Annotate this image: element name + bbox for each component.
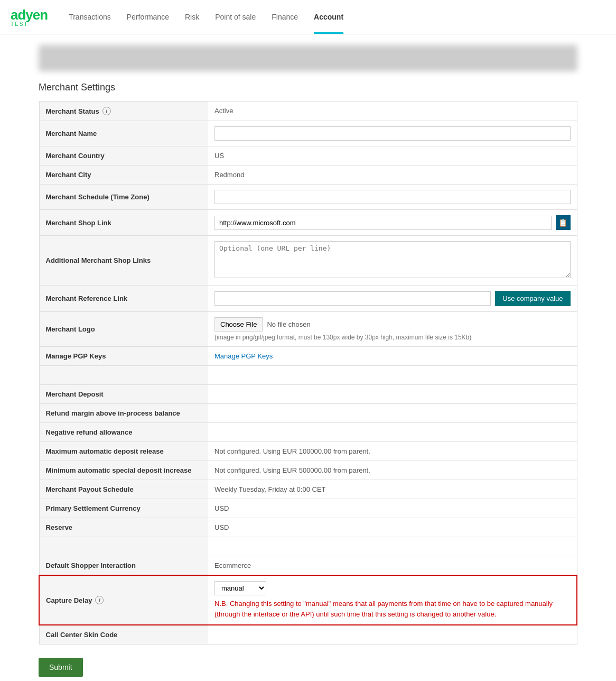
additional-shop-links-textarea[interactable] (214, 241, 571, 278)
row-merchant-status: Merchant Status i Active (39, 102, 577, 121)
label-settlement-currency: Primary Settlement Currency (39, 499, 208, 518)
row-merchant-deposit: Merchant Deposit (39, 385, 577, 404)
label-shopper-interaction: Default Shopper Interaction (39, 556, 208, 576)
row-min-deposit-increase: Minimum automatic special deposit increa… (39, 461, 577, 480)
value-merchant-city: Redmond (208, 165, 577, 185)
value-merchant-schedule (208, 185, 577, 210)
info-icon-merchant-status[interactable]: i (102, 107, 111, 115)
merchant-shop-link-input[interactable] (214, 216, 552, 230)
row-merchant-name: Merchant Name (39, 121, 577, 146)
value-reserve: USD (208, 518, 577, 537)
merchant-ref-link-input[interactable] (214, 291, 491, 306)
row-reserve: Reserve USD (39, 518, 577, 537)
copy-shop-link-button[interactable]: 📋 (556, 215, 571, 230)
row-payout-schedule: Merchant Payout Schedule Weekly Tuesday,… (39, 480, 577, 499)
label-merchant-schedule: Merchant Schedule (Time Zone) (39, 185, 208, 210)
label-merchant-ref-link: Merchant Reference Link (39, 286, 208, 312)
row-settlement-currency: Primary Settlement Currency USD (39, 499, 577, 518)
nav-account[interactable]: Account (314, 0, 343, 34)
value-capture-delay: manual immediate 1 day 2 days N.B. Chang… (208, 575, 577, 625)
row-merchant-shop-link: Merchant Shop Link 📋 (39, 210, 577, 236)
value-payout-schedule: Weekly Tuesday, Friday at 0:00 CET (208, 480, 577, 499)
file-hint: (image in png/gif/jpeg format, must be 1… (214, 334, 571, 341)
value-merchant-country: US (208, 146, 577, 165)
label-empty-2 (39, 537, 208, 556)
merchant-schedule-input[interactable] (214, 190, 571, 204)
capture-delay-warning: N.B. Changing this setting to "manual" m… (214, 599, 570, 619)
main-nav: Transactions Performance Risk Point of s… (69, 0, 343, 34)
info-icon-capture-delay[interactable]: i (95, 596, 104, 604)
manage-pgp-link[interactable]: Manage PGP Keys (214, 352, 273, 360)
value-manage-pgp: Manage PGP Keys (208, 347, 577, 366)
label-merchant-country: Merchant Country (39, 146, 208, 165)
row-empty-2 (39, 537, 577, 556)
submit-section: Submit (39, 658, 577, 677)
choose-file-button[interactable]: Choose File (214, 317, 263, 332)
nav-finance[interactable]: Finance (272, 0, 298, 34)
row-additional-shop-links: Additional Merchant Shop Links (39, 236, 577, 286)
label-max-deposit-release: Maximum automatic deposit release (39, 442, 208, 461)
label-merchant-shop-link: Merchant Shop Link (39, 210, 208, 236)
label-additional-shop-links: Additional Merchant Shop Links (39, 236, 208, 286)
value-shopper-interaction: Ecommerce (208, 556, 577, 576)
value-min-deposit-increase: Not configured. Using EUR 500000.00 from… (208, 461, 577, 480)
capture-delay-select[interactable]: manual immediate 1 day 2 days (214, 581, 266, 595)
value-refund-margin (208, 404, 577, 423)
row-call-center-skin: Call Center Skin Code (39, 625, 577, 645)
blurred-banner (39, 45, 577, 71)
row-merchant-ref-link: Merchant Reference Link Use company valu… (39, 286, 577, 312)
label-negative-refund: Negative refund allowance (39, 423, 208, 442)
page-content: Merchant Settings Merchant Status i Acti… (28, 34, 588, 681)
row-negative-refund: Negative refund allowance (39, 423, 577, 442)
value-settlement-currency: USD (208, 499, 577, 518)
value-merchant-logo: Choose File No file chosen (image in png… (208, 312, 577, 347)
value-negative-refund (208, 423, 577, 442)
nav-transactions[interactable]: Transactions (69, 0, 111, 34)
label-refund-margin: Refund margin above in-process balance (39, 404, 208, 423)
label-merchant-deposit: Merchant Deposit (39, 385, 208, 404)
value-merchant-shop-link: 📋 (208, 210, 577, 236)
row-max-deposit-release: Maximum automatic deposit release Not co… (39, 442, 577, 461)
nav-point-of-sale[interactable]: Point of sale (215, 0, 256, 34)
row-refund-margin: Refund margin above in-process balance (39, 404, 577, 423)
label-capture-delay: Capture Delay i (39, 575, 208, 625)
label-manage-pgp: Manage PGP Keys (39, 347, 208, 366)
no-file-chosen-label: No file chosen (267, 320, 310, 328)
label-payout-schedule: Merchant Payout Schedule (39, 480, 208, 499)
value-max-deposit-release: Not configured. Using EUR 100000.00 from… (208, 442, 577, 461)
value-merchant-deposit (208, 385, 577, 404)
label-min-deposit-increase: Minimum automatic special deposit increa… (39, 461, 208, 480)
value-merchant-status: Active (208, 102, 577, 121)
row-merchant-schedule: Merchant Schedule (Time Zone) (39, 185, 577, 210)
value-empty-1 (208, 366, 577, 385)
logo-test: TEST (11, 21, 48, 27)
nav-risk[interactable]: Risk (185, 0, 199, 34)
label-merchant-city: Merchant City (39, 165, 208, 185)
value-merchant-name (208, 121, 577, 146)
value-call-center-skin (208, 625, 577, 645)
row-merchant-country: Merchant Country US (39, 146, 577, 165)
row-merchant-logo: Merchant Logo Choose File No file chosen… (39, 312, 577, 347)
label-merchant-logo: Merchant Logo (39, 312, 208, 347)
row-merchant-city: Merchant City Redmond (39, 165, 577, 185)
label-merchant-name: Merchant Name (39, 121, 208, 146)
row-shopper-interaction: Default Shopper Interaction Ecommerce (39, 556, 577, 576)
use-company-value-button[interactable]: Use company value (495, 291, 570, 306)
label-empty-1 (39, 366, 208, 385)
label-call-center-skin: Call Center Skin Code (39, 625, 208, 645)
settings-table: Merchant Status i Active Merchant Name M… (39, 101, 577, 645)
row-capture-delay: Capture Delay i manual immediate 1 day 2… (39, 575, 577, 625)
header: adyen TEST Transactions Performance Risk… (0, 0, 616, 34)
label-reserve: Reserve (39, 518, 208, 537)
value-empty-2 (208, 537, 577, 556)
value-merchant-ref-link: Use company value (208, 286, 577, 312)
merchant-name-input[interactable] (214, 126, 571, 141)
row-empty-1 (39, 366, 577, 385)
nav-performance[interactable]: Performance (127, 0, 169, 34)
page-title: Merchant Settings (39, 82, 577, 93)
value-additional-shop-links (208, 236, 577, 286)
label-merchant-status: Merchant Status i (39, 102, 208, 121)
submit-button[interactable]: Submit (39, 658, 83, 677)
logo-area: adyen TEST (11, 7, 48, 27)
row-manage-pgp: Manage PGP Keys Manage PGP Keys (39, 347, 577, 366)
